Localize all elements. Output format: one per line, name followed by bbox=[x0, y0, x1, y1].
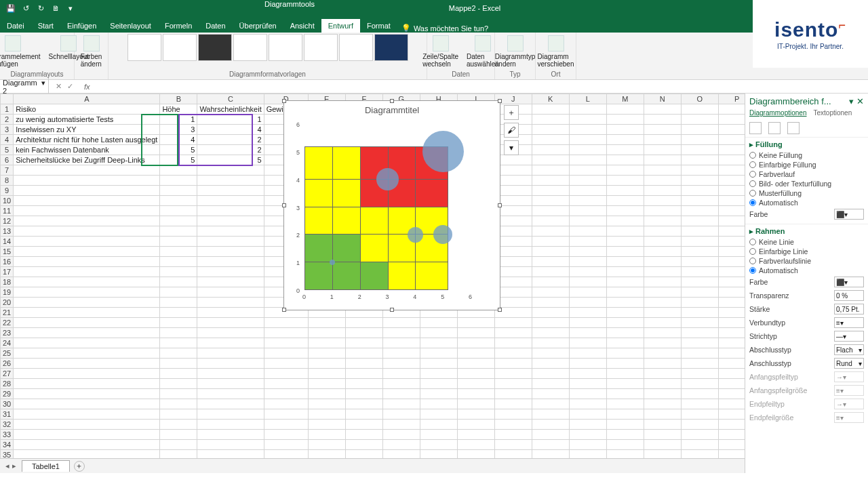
cell-D34[interactable] bbox=[264, 440, 308, 450]
cell-D24[interactable] bbox=[264, 338, 308, 348]
cell-O17[interactable] bbox=[681, 267, 718, 277]
cell-A8[interactable] bbox=[14, 176, 160, 186]
cell-I24[interactable] bbox=[457, 338, 494, 348]
cancel-icon[interactable]: ✕ bbox=[56, 82, 62, 91]
cell-L3[interactable] bbox=[569, 125, 606, 135]
cell-H27[interactable] bbox=[420, 369, 457, 379]
tab-formeln[interactable]: Formeln bbox=[158, 19, 199, 33]
cell-O29[interactable] bbox=[681, 389, 718, 399]
cell-K1[interactable] bbox=[532, 104, 569, 115]
cell-N32[interactable] bbox=[644, 420, 681, 430]
border-color-picker[interactable]: ⬛▾ bbox=[834, 277, 864, 287]
cell-O10[interactable] bbox=[681, 196, 718, 206]
cell-O30[interactable] bbox=[681, 399, 718, 409]
cell-O20[interactable] bbox=[681, 298, 718, 308]
cell-M30[interactable] bbox=[606, 399, 644, 409]
fill-heading[interactable]: ▸ Füllung bbox=[749, 140, 864, 149]
border-opt-0[interactable] bbox=[749, 239, 756, 245]
cell-N24[interactable] bbox=[644, 338, 681, 348]
formula-bar[interactable]: fx bbox=[80, 83, 868, 91]
cell-N7[interactable] bbox=[644, 165, 681, 176]
cell-L31[interactable] bbox=[569, 409, 606, 420]
cell-A29[interactable] bbox=[14, 389, 160, 399]
cell-K30[interactable] bbox=[532, 399, 569, 409]
cell-O21[interactable] bbox=[681, 308, 718, 318]
border-dash-sel[interactable]: —▾ bbox=[834, 331, 864, 342]
cell-A10[interactable] bbox=[14, 196, 160, 206]
cell-F28[interactable] bbox=[345, 379, 382, 389]
cell-M12[interactable] bbox=[606, 216, 644, 226]
cell-C27[interactable] bbox=[197, 369, 264, 379]
cell-N20[interactable] bbox=[644, 298, 681, 308]
cell-K24[interactable] bbox=[532, 338, 569, 348]
cell-C11[interactable] bbox=[197, 206, 264, 216]
cell-O22[interactable] bbox=[681, 318, 718, 328]
cell-N34[interactable] bbox=[644, 440, 681, 450]
cell-K20[interactable] bbox=[532, 298, 569, 308]
cell-O13[interactable] bbox=[681, 226, 718, 237]
cell-L22[interactable] bbox=[569, 318, 606, 328]
cell-L9[interactable] bbox=[569, 186, 606, 196]
cell-G34[interactable] bbox=[382, 440, 420, 450]
cell-E23[interactable] bbox=[308, 328, 345, 338]
cell-A13[interactable] bbox=[14, 226, 160, 237]
cell-N19[interactable] bbox=[644, 287, 681, 298]
cell-J32[interactable] bbox=[494, 420, 532, 430]
cell-C32[interactable] bbox=[197, 420, 264, 430]
cell-B19[interactable] bbox=[160, 287, 197, 298]
cell-B4[interactable]: 4 bbox=[160, 135, 197, 145]
cell-C2[interactable]: 1 bbox=[197, 115, 264, 125]
cell-K32[interactable] bbox=[532, 420, 569, 430]
fill-color-picker[interactable]: ⬛▾ bbox=[834, 209, 864, 220]
pane-icon-fill[interactable] bbox=[749, 122, 762, 134]
fill-opt-5[interactable] bbox=[749, 199, 756, 206]
cell-G32[interactable] bbox=[382, 420, 420, 430]
btn-change-colors[interactable]: Farben ändern bbox=[78, 34, 105, 69]
cell-J25[interactable] bbox=[494, 348, 532, 359]
cell-A6[interactable]: Sicherheitslücke bei Zugriff Deep-Links bbox=[14, 155, 160, 165]
cell-L27[interactable] bbox=[569, 369, 606, 379]
cell-N18[interactable] bbox=[644, 277, 681, 287]
cell-L11[interactable] bbox=[569, 206, 606, 216]
cell-M26[interactable] bbox=[606, 359, 644, 369]
cell-C31[interactable] bbox=[197, 409, 264, 420]
cell-K21[interactable] bbox=[532, 308, 569, 318]
cell-B17[interactable] bbox=[160, 267, 197, 277]
tab-entwurf[interactable]: Entwurf bbox=[321, 19, 360, 33]
bubble[interactable] bbox=[433, 225, 452, 244]
cell-I31[interactable] bbox=[457, 409, 494, 420]
cell-M16[interactable] bbox=[606, 257, 644, 267]
cell-G31[interactable] bbox=[382, 409, 420, 420]
cell-L23[interactable] bbox=[569, 328, 606, 338]
cell-H22[interactable] bbox=[420, 318, 457, 328]
cell-J27[interactable] bbox=[494, 369, 532, 379]
cell-H24[interactable] bbox=[420, 338, 457, 348]
cell-A27[interactable] bbox=[14, 369, 160, 379]
cell-O11[interactable] bbox=[681, 206, 718, 216]
cell-K31[interactable] bbox=[532, 409, 569, 420]
cell-D29[interactable] bbox=[264, 389, 308, 399]
cell-K12[interactable] bbox=[532, 216, 569, 226]
cell-K23[interactable] bbox=[532, 328, 569, 338]
cell-M7[interactable] bbox=[606, 165, 644, 176]
cell-O25[interactable] bbox=[681, 348, 718, 359]
bubble[interactable] bbox=[376, 168, 398, 190]
cell-N4[interactable] bbox=[644, 135, 681, 145]
cell-L28[interactable] bbox=[569, 379, 606, 389]
cell-N25[interactable] bbox=[644, 348, 681, 359]
bubble[interactable] bbox=[408, 227, 424, 243]
cell-H33[interactable] bbox=[420, 430, 457, 440]
fill-opt-1[interactable] bbox=[749, 161, 756, 168]
fill-opt-4[interactable] bbox=[749, 190, 756, 197]
cell-B20[interactable] bbox=[160, 298, 197, 308]
cell-F34[interactable] bbox=[345, 440, 382, 450]
cell-D32[interactable] bbox=[264, 420, 308, 430]
cell-H25[interactable] bbox=[420, 348, 457, 359]
cell-N5[interactable] bbox=[644, 145, 681, 155]
cell-O32[interactable] bbox=[681, 420, 718, 430]
cell-C12[interactable] bbox=[197, 216, 264, 226]
cell-B12[interactable] bbox=[160, 216, 197, 226]
btn-add-chart-element[interactable]: Diagrammelement hinzufügen bbox=[0, 34, 43, 69]
cell-B18[interactable] bbox=[160, 277, 197, 287]
cell-A21[interactable] bbox=[14, 308, 160, 318]
